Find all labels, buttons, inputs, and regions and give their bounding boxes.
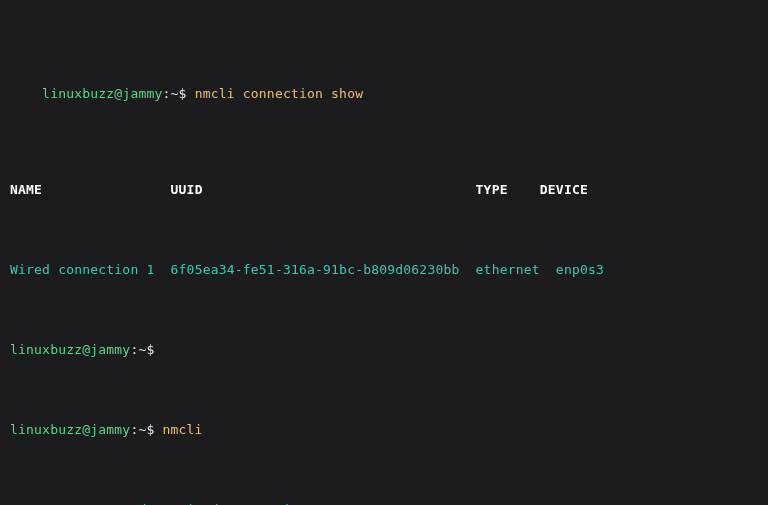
table-header-row: NAME UUID TYPE DEVICE <box>10 182 760 198</box>
col-device: DEVICE <box>540 182 588 197</box>
conn-type: ethernet <box>476 262 540 277</box>
conn-uuid: 6f05ea34-fe51-316a-91bc-b809d06230bb <box>171 262 460 277</box>
col-type: TYPE <box>476 182 508 197</box>
conn-name: Wired connection 1 <box>10 262 154 277</box>
prompt-line-1: linuxbuzz@jammy:~$ nmcli connection show <box>10 70 760 118</box>
col-name: NAME <box>10 182 42 197</box>
prompt-line-2: linuxbuzz@jammy:~$ <box>10 342 760 358</box>
prompt-user-host: linuxbuzz@jammy <box>42 86 162 101</box>
command-2: nmcli <box>163 422 203 437</box>
prompt-path: :~$ <box>163 86 195 101</box>
command-1: nmcli connection show <box>195 86 364 101</box>
conn-device: enp0s3 <box>556 262 604 277</box>
connection-row: Wired connection 1 6f05ea34-fe51-316a-91… <box>10 262 760 278</box>
terminal[interactable]: linuxbuzz@jammy:~$ nmcli connection show… <box>0 0 768 505</box>
prompt-line-3: linuxbuzz@jammy:~$ nmcli <box>10 422 760 438</box>
col-uuid: UUID <box>171 182 203 197</box>
